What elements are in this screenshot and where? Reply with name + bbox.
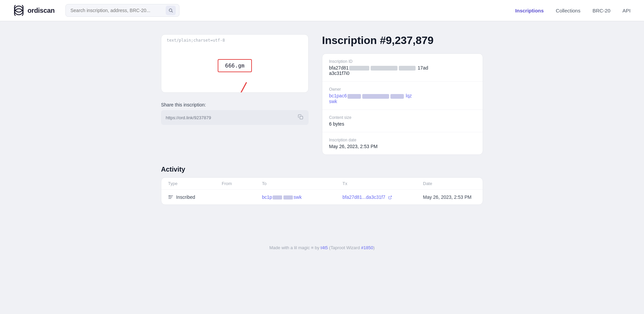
copy-button[interactable] [297, 114, 304, 122]
inscription-date-label: Inscription date [329, 138, 476, 142]
content-size-row: Content size 6 bytes [322, 110, 483, 132]
footer-text: Made with a lil magic ≡ by [269, 245, 321, 250]
id-start: bfa27d81 [329, 65, 348, 71]
id-blur-3 [399, 66, 416, 71]
search-button[interactable] [166, 6, 176, 15]
inscription-id-label: Inscription ID [329, 59, 476, 64]
owner-value: bc1pac6 lqzswk [329, 93, 476, 104]
footer-close: ) [373, 245, 375, 250]
inscription-id-row: Inscription ID bfa27d81 17ada3c31f7i0 [322, 54, 483, 82]
svg-line-13 [390, 196, 392, 198]
logo[interactable]: ordiscan [13, 5, 55, 16]
inscription-content-area: 666.gm [161, 45, 308, 86]
to-address-link[interactable]: bc1pswk [262, 194, 302, 200]
top-section: text/plain;charset=utf-8 666.gm [161, 34, 483, 155]
inscription-date-value: May 26, 2023, 2:53 PM [329, 144, 476, 149]
search-icon [168, 8, 173, 13]
search-input[interactable] [70, 8, 163, 13]
share-url-text: https://ord.link/9237879 [166, 115, 294, 120]
table-row: Inscribed bc1pswk bfa27d81...da3c31f7 Ma… [161, 190, 483, 205]
col-date: Date [423, 181, 476, 186]
content-type-label: text/plain;charset=utf-8 [161, 35, 308, 45]
info-card: Inscription ID bfa27d81 17ada3c31f7i0 Ow… [322, 53, 483, 155]
logo-icon [13, 5, 24, 16]
footer: Made with a lil magic ≡ by t4t5 (Taproot… [0, 238, 644, 257]
nav-api[interactable]: API [623, 8, 631, 13]
inscription-title: Inscription #9,237,879 [322, 34, 483, 47]
cell-date: May 26, 2023, 2:53 PM [423, 194, 476, 200]
tx-link[interactable]: bfa27d81...da3c31f7 [342, 194, 385, 200]
cell-tx: bfa27d81...da3c31f7 [342, 194, 423, 200]
type-label: Inscribed [176, 194, 195, 200]
content-size-value: 6 bytes [329, 121, 476, 127]
taproot-link[interactable]: #1850 [361, 245, 373, 250]
right-panel: Inscription #9,237,879 Inscription ID bf… [322, 34, 483, 155]
owner-link[interactable]: bc1pac6 [329, 93, 347, 98]
search-bar [65, 4, 179, 17]
nav-brc20[interactable]: BRC-20 [592, 8, 610, 13]
footer-taproot: (Taproot Wizard [328, 245, 361, 250]
activity-title: Activity [161, 166, 483, 173]
logo-text: ordiscan [28, 7, 55, 14]
id-blur-1 [349, 66, 369, 71]
owner-row: Owner bc1pac6 lqzswk [322, 82, 483, 109]
svg-line-4 [172, 11, 173, 12]
col-from: From [222, 181, 262, 186]
owner-label: Owner [329, 87, 476, 92]
copy-icon [298, 114, 303, 120]
col-type: Type [168, 181, 222, 186]
inscription-text-box: 666.gm [218, 59, 252, 72]
owner-blur-3 [390, 94, 404, 99]
nav-inscriptions[interactable]: Inscriptions [515, 8, 544, 13]
cell-type: Inscribed [168, 194, 222, 200]
col-tx: Tx [342, 181, 423, 186]
id-blur-2 [371, 66, 397, 71]
main-content: text/plain;charset=utf-8 666.gm [154, 21, 490, 225]
left-panel: text/plain;charset=utf-8 666.gm [161, 34, 309, 125]
nav-collections[interactable]: Collections [556, 8, 580, 13]
col-to: To [262, 181, 342, 186]
svg-rect-7 [300, 116, 303, 119]
owner-blur-1 [347, 94, 361, 99]
activity-table: Type From To Tx Date Inscribed [161, 177, 483, 205]
table-header: Type From To Tx Date [161, 178, 483, 190]
external-link-icon [388, 195, 392, 199]
inscription-id-value: bfa27d81 17ada3c31f7i0 [329, 65, 476, 76]
activity-section: Activity Type From To Tx Date [161, 166, 483, 205]
inscribed-icon [168, 194, 173, 200]
svg-line-11 [169, 195, 169, 196]
share-label: Share this inscription: [161, 102, 309, 107]
content-size-label: Content size [329, 115, 476, 120]
inscription-date-row: Inscription date May 26, 2023, 2:53 PM [322, 132, 483, 154]
cell-to: bc1pswk [262, 194, 342, 200]
inscription-preview: text/plain;charset=utf-8 666.gm [161, 34, 309, 93]
author-link[interactable]: t4t5 [321, 245, 328, 250]
owner-blur-2 [362, 94, 389, 99]
main-nav: Inscriptions Collections BRC-20 API [515, 8, 631, 13]
share-url-box: https://ord.link/9237879 [161, 110, 309, 125]
share-section: Share this inscription: https://ord.link… [161, 102, 309, 125]
svg-point-3 [169, 9, 172, 11]
svg-line-12 [170, 195, 170, 196]
